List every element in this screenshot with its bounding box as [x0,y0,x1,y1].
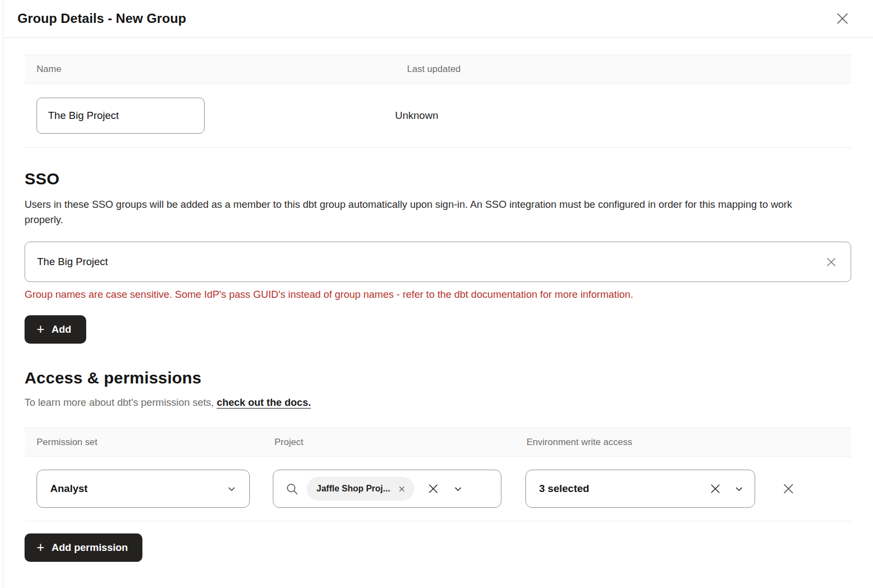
environment-clear-button[interactable] [708,482,722,496]
environment-multiselect[interactable]: 3 selected [525,470,755,508]
clear-icon [824,255,838,269]
group-name-table: Name Last updated Unknown [25,55,851,148]
clear-icon [426,482,440,496]
project-chip: Jaffle Shop Proj... [307,477,414,501]
permissions-section: Access & permissions To learn more about… [25,369,851,562]
sso-heading: SSO [25,170,851,188]
group-details-modal: Group Details - New Group Name Last upda… [3,0,873,588]
docs-link[interactable]: check out the docs. [217,397,311,408]
project-multiselect[interactable]: Jaffle Shop Proj... [273,470,501,508]
permissions-table: Permission set Project Environment write… [25,428,851,521]
modal-content: Name Last updated Unknown SSO Users in t… [3,55,873,562]
chevron-down-icon[interactable] [453,484,463,494]
delete-icon [781,481,796,496]
close-icon [834,10,851,27]
project-chip-label: Jaffle Shop Proj... [316,484,390,494]
chip-remove-icon[interactable] [398,485,405,493]
column-header-project: Project [262,437,515,448]
column-header-name: Name [25,64,395,75]
environment-value: 3 selected [539,483,708,495]
sso-group-field [25,242,851,282]
column-header-environment-write-access: Environment write access [515,437,851,448]
permissions-heading: Access & permissions [25,369,851,387]
add-button-label: Add [52,323,71,335]
chevron-down-icon [227,484,236,494]
group-table-header: Name Last updated [25,55,851,83]
add-permission-button-label: Add permission [52,542,128,554]
permission-set-value: Analyst [50,483,88,495]
permission-set-select[interactable]: Analyst [37,470,250,508]
sso-group-clear-button[interactable] [824,255,838,269]
sso-group-input[interactable] [25,242,851,282]
search-icon [285,482,299,496]
sso-description: Users in these SSO groups will be added … [25,197,832,227]
delete-permission-row-button[interactable] [781,481,796,496]
page-title: Group Details - New Group [17,11,186,26]
permissions-table-header: Permission set Project Environment write… [25,428,851,457]
add-permission-button[interactable]: + Add permission [25,533,142,562]
clear-icon [708,482,722,496]
sso-warning-text: Group names are case sensitive. Some IdP… [25,289,851,301]
chevron-down-icon[interactable] [734,484,744,494]
last-updated-value: Unknown [395,110,851,122]
column-header-last-updated: Last updated [395,64,851,75]
modal-header: Group Details - New Group [3,0,873,38]
add-sso-group-button[interactable]: + Add [25,315,86,344]
project-clear-button[interactable] [426,482,440,496]
group-name-input[interactable] [37,98,205,134]
group-table-row: Unknown [25,83,851,148]
plus-icon: + [37,541,45,554]
permission-row: Analyst Jaffle [25,457,851,521]
permissions-docs-line: To learn more about dbt's permission set… [25,397,851,409]
close-button[interactable] [834,10,851,27]
docs-text: To learn more about dbt's permission set… [25,397,217,408]
column-header-permission-set: Permission set [25,437,262,448]
sso-section: SSO Users in these SSO groups will be ad… [25,170,851,344]
plus-icon: + [37,322,45,336]
